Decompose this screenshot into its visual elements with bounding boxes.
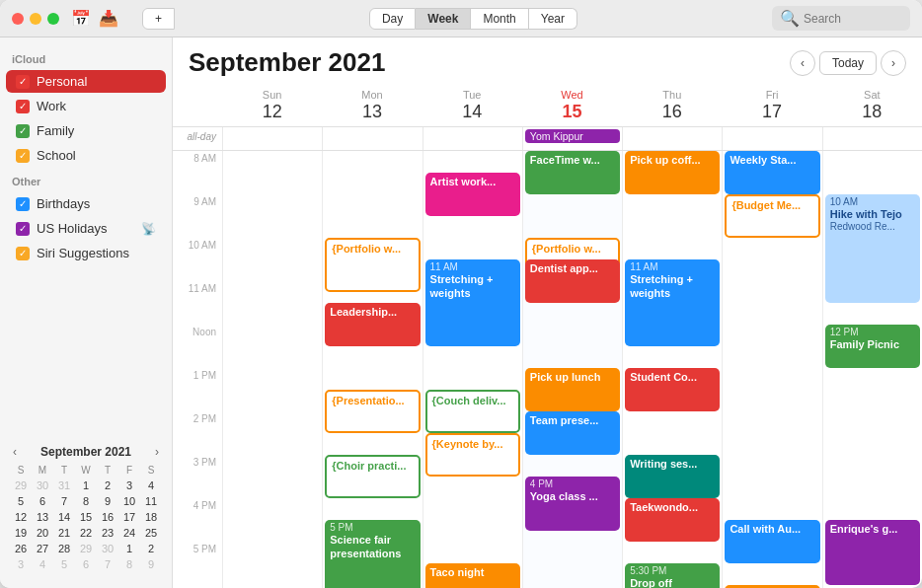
mini-cal-day[interactable]: 22 <box>75 525 97 541</box>
traffic-lights <box>12 13 59 25</box>
mini-cal-day[interactable]: 14 <box>53 509 75 525</box>
mini-cal-day[interactable]: 19 <box>10 525 32 541</box>
event-dentist[interactable]: Dentist app... <box>525 259 620 303</box>
tab-day[interactable]: Day <box>369 8 416 30</box>
inbox-icon[interactable]: 📥 <box>99 9 118 28</box>
sidebar-item-birthdays[interactable]: ✓ Birthdays <box>6 192 166 215</box>
event-portfolio-mon[interactable]: {Portfolio w... <box>325 238 420 292</box>
mini-cal-day[interactable]: 18 <box>140 509 162 525</box>
mini-cal-day[interactable]: 8 <box>118 556 140 572</box>
mini-cal-day[interactable]: 28 <box>53 541 75 556</box>
day-num: 18 <box>822 102 922 122</box>
event-hike[interactable]: 10 AM Hike with Tejo Redwood Re... <box>825 194 920 303</box>
event-presentation-mon[interactable]: {Presentatio... <box>325 390 420 433</box>
event-call-with[interactable]: Call with Au... <box>725 520 819 563</box>
event-yoga[interactable]: 4 PM Yoga class ... <box>525 477 620 531</box>
sidebar-item-personal[interactable]: ✓ Personal <box>6 70 166 93</box>
event-team-pres[interactable]: Team prese... <box>525 411 620 455</box>
mini-cal-day[interactable]: 5 <box>10 493 32 509</box>
mini-cal-day[interactable]: 25 <box>140 525 162 541</box>
fullscreen-button[interactable] <box>47 13 59 25</box>
search-box[interactable]: 🔍 <box>772 6 910 31</box>
close-button[interactable] <box>12 13 24 25</box>
mini-cal-day[interactable]: 3 <box>118 478 140 493</box>
cal-next-button[interactable]: › <box>881 50 906 76</box>
mini-cal-day[interactable]: 30 <box>32 478 53 493</box>
allday-cell-wed[interactable]: Yom Kippur <box>522 127 622 150</box>
mini-cal-day[interactable]: 9 <box>97 493 118 509</box>
calendar-icon[interactable]: 📅 <box>71 9 91 28</box>
mini-cal-day[interactable]: 29 <box>10 478 32 493</box>
mini-cal-day[interactable]: 2 <box>97 478 118 493</box>
mini-cal-day[interactable]: 23 <box>97 525 118 541</box>
event-writing[interactable]: Writing ses... <box>625 455 720 498</box>
mini-cal-prev[interactable]: ‹ <box>10 445 20 459</box>
tab-week[interactable]: Week <box>416 8 471 30</box>
mini-cal-day[interactable]: 9 <box>140 556 162 572</box>
mini-cal-day[interactable]: 12 <box>10 509 32 525</box>
mini-cal-day[interactable]: 6 <box>32 493 53 509</box>
event-dropoff-grandma[interactable]: 5:30 PM Drop off Grandma... <box>625 563 720 588</box>
event-facetime[interactable]: FaceTime w... <box>525 151 620 194</box>
mini-cal-day[interactable]: 6 <box>75 556 97 572</box>
event-weekly-standup[interactable]: Weekly Sta... <box>725 151 819 194</box>
sidebar-item-work[interactable]: ✓ Work <box>6 95 166 117</box>
sidebar-item-school[interactable]: ✓ School <box>6 144 166 167</box>
cal-prev-button[interactable]: ‹ <box>790 50 815 76</box>
event-enriques[interactable]: Enrique's g... <box>825 520 920 585</box>
mini-cal-day[interactable]: 24 <box>118 525 140 541</box>
mini-cal-day[interactable]: 15 <box>75 509 97 525</box>
event-stretching-tue[interactable]: 11 AM Stretching + weights <box>425 259 520 346</box>
mini-cal-day[interactable]: 11 <box>140 493 162 509</box>
mini-cal-day[interactable]: 1 <box>118 541 140 556</box>
tab-year[interactable]: Year <box>529 8 577 30</box>
mini-cal-day[interactable]: 7 <box>97 556 118 572</box>
event-taekwondo[interactable]: Taekwondo... <box>625 498 720 542</box>
mini-cal-day[interactable]: 3 <box>10 556 32 572</box>
event-science-fair[interactable]: 5 PM Science fair presentations <box>325 520 420 588</box>
mini-cal-day[interactable]: 17 <box>118 509 140 525</box>
event-keynote[interactable]: {Keynote by... <box>425 433 520 477</box>
event-budget[interactable]: {Budget Me... <box>725 194 819 238</box>
mini-cal-day[interactable]: 20 <box>32 525 53 541</box>
mini-cal-day[interactable]: 4 <box>32 556 53 572</box>
event-student-co[interactable]: Student Co... <box>625 368 720 411</box>
mini-cal-day[interactable]: 1 <box>75 478 97 493</box>
event-pickup-coffee[interactable]: Pick up coff... <box>625 151 720 194</box>
mini-cal-day[interactable]: 30 <box>97 541 118 556</box>
event-time: 11 AM <box>630 261 715 272</box>
mini-cal-day[interactable]: 4 <box>140 478 162 493</box>
allday-event-yomkippur[interactable]: Yom Kippur <box>525 129 620 143</box>
mini-cal-day[interactable]: 13 <box>32 509 53 525</box>
mini-cal-day[interactable]: 5 <box>53 556 75 572</box>
event-taco-night[interactable]: Taco night <box>425 563 520 588</box>
mini-cal-day[interactable]: 31 <box>53 478 75 493</box>
add-button[interactable]: + <box>142 8 175 30</box>
mini-cal-day[interactable]: 2 <box>140 541 162 556</box>
event-stretching-thu[interactable]: 11 AM Stretching + weights <box>625 259 720 346</box>
sidebar-item-us-holidays[interactable]: ✓ US Holidays 📡 <box>6 217 166 240</box>
event-choir[interactable]: {Choir practi... <box>325 455 420 498</box>
sidebar-item-siri[interactable]: ✓ Siri Suggestions <box>6 242 166 264</box>
sidebar-item-family[interactable]: ✓ Family <box>6 119 166 142</box>
mini-cal-next[interactable]: › <box>152 445 162 459</box>
event-title: Taekwondo... <box>630 500 715 514</box>
mini-cal-day[interactable]: 29 <box>75 541 97 556</box>
minimize-button[interactable] <box>30 13 41 25</box>
event-leadership[interactable]: Leadership... <box>325 303 420 346</box>
mini-cal-day[interactable]: 21 <box>53 525 75 541</box>
event-artist-work[interactable]: Artist work... <box>425 173 520 216</box>
mini-cal-day[interactable]: 16 <box>97 509 118 525</box>
search-input[interactable] <box>804 12 902 26</box>
event-couch[interactable]: {Couch deliv... <box>425 390 520 433</box>
today-button[interactable]: Today <box>819 51 877 75</box>
mini-cal-day[interactable]: 8 <box>75 493 97 509</box>
event-pickup-lunch[interactable]: Pick up lunch <box>525 368 620 411</box>
tab-month[interactable]: Month <box>471 8 528 30</box>
mini-cal-day[interactable]: 27 <box>32 541 53 556</box>
event-family-picnic[interactable]: 12 PM Family Picnic <box>825 325 920 368</box>
mini-cal-day[interactable]: 10 <box>118 493 140 509</box>
time-grid[interactable]: 8 AM 9 AM 10 AM 11 AM Noon 1 PM 2 PM 3 P… <box>173 151 922 588</box>
mini-cal-day[interactable]: 7 <box>53 493 75 509</box>
mini-cal-day[interactable]: 26 <box>10 541 32 556</box>
